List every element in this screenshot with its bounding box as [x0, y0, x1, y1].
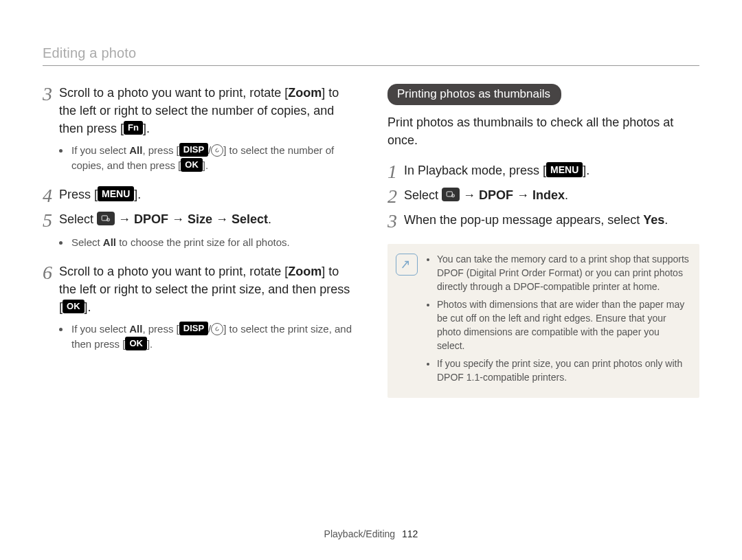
- page-footer: Playback/Editing 112: [0, 528, 742, 539]
- step-text: Select → DPOF → Index.: [404, 186, 568, 204]
- disp-button-icon: DISP: [179, 143, 208, 157]
- step-r3: 3 When the pop-up message appears, selec…: [387, 211, 699, 230]
- timer-icon: [211, 323, 223, 335]
- step-text: Select → DPOF → Size → Select.: [59, 210, 271, 228]
- all-label: All: [103, 236, 116, 248]
- menu-button-icon: MENU: [98, 186, 134, 201]
- step-3: 3 Scroll to a photo you want to print, r…: [43, 84, 355, 137]
- footer-page-number: 112: [402, 528, 418, 539]
- disp-button-icon: DISP: [179, 322, 208, 335]
- text: In Playback mode, press [: [404, 164, 546, 177]
- text: .: [664, 213, 668, 227]
- note-item: Photos with dimensions that are wider th…: [437, 298, 690, 352]
- footer-section: Playback/Editing: [324, 528, 396, 539]
- settings-icon: [442, 188, 460, 201]
- step-number: 5: [43, 210, 59, 229]
- svg-point-7: [453, 195, 453, 196]
- step-4: 4 Press [MENU].: [43, 186, 355, 205]
- ok-button-icon: OK: [125, 337, 147, 350]
- text: Scroll to a photo you want to print, rot…: [59, 265, 288, 278]
- svg-point-0: [217, 148, 218, 148]
- step-number: 3: [43, 84, 59, 103]
- step-5: 5 Select → DPOF → Size → Select.: [43, 210, 355, 229]
- step-r2: 2 Select → DPOF → Index.: [387, 186, 699, 205]
- note-item: You can take the memory card to a print …: [437, 252, 690, 293]
- sub-bullet: If you select All, press [DISP/] to sele…: [70, 322, 355, 352]
- menu-button-icon: MENU: [546, 162, 583, 177]
- svg-point-3: [108, 219, 109, 220]
- left-column: 3 Scroll to a photo you want to print, r…: [43, 84, 355, 398]
- sub-bullet: Select All to choose the print size for …: [70, 235, 355, 250]
- ok-button-icon: OK: [63, 300, 85, 313]
- zoom-label: Zoom: [288, 86, 322, 100]
- step-text: When the pop-up message appears, select …: [404, 211, 668, 229]
- text: , press [: [142, 323, 179, 335]
- text: ].: [85, 300, 91, 314]
- text: ].: [134, 188, 141, 201]
- text: ].: [143, 122, 150, 135]
- step-6: 6 Scroll to a photo you want to print, r…: [43, 262, 355, 316]
- text: ].: [583, 164, 589, 177]
- text: Select: [404, 188, 442, 202]
- text: Select: [59, 212, 97, 226]
- step-number: 2: [387, 186, 404, 205]
- text: ].: [147, 338, 153, 350]
- step-text: Scroll to a photo you want to print, rot…: [59, 84, 355, 137]
- yes-label: Yes: [643, 213, 664, 227]
- settings-icon: [97, 212, 115, 225]
- section-heading: Printing photos as thumbnails: [387, 84, 561, 105]
- step-number: 6: [43, 262, 59, 282]
- text: Select: [71, 236, 103, 248]
- step-5-sub: Select All to choose the print size for …: [70, 235, 355, 250]
- manual-page: Editing a photo 3 Scroll to a photo you …: [0, 0, 742, 560]
- step-text: Scroll to a photo you want to print, rot…: [59, 262, 355, 316]
- text: to choose the print size for all photos.: [116, 236, 290, 248]
- text: When the pop-up message appears, select: [404, 213, 643, 227]
- step-number: 1: [387, 161, 404, 181]
- step-3-sub: If you select All, press [DISP/] to sele…: [70, 143, 355, 173]
- text: ].: [203, 159, 208, 171]
- title-rule: [43, 65, 699, 66]
- text: , press [: [142, 144, 179, 156]
- page-title: Editing a photo: [43, 45, 699, 61]
- fn-button-icon: Fn: [124, 121, 143, 135]
- text: .: [268, 212, 271, 226]
- svg-point-4: [217, 327, 218, 328]
- text: Press [: [59, 188, 98, 201]
- menu-path: → DPOF → Size → Select: [115, 212, 268, 226]
- step-6-sub: If you select All, press [DISP/] to sele…: [70, 322, 355, 352]
- text: .: [565, 188, 568, 202]
- timer-icon: [211, 144, 223, 157]
- section-intro: Print photos as thumbnails to check all …: [387, 113, 699, 149]
- content-columns: 3 Scroll to a photo you want to print, r…: [43, 84, 699, 398]
- text: If you select: [71, 323, 129, 335]
- note-icon: [396, 254, 418, 276]
- note-box: You can take the memory card to a print …: [387, 244, 699, 398]
- step-text: In Playback mode, press [MENU].: [404, 161, 589, 179]
- step-r1: 1 In Playback mode, press [MENU].: [387, 161, 699, 181]
- step-number: 4: [43, 186, 59, 205]
- text: If you select: [71, 144, 129, 156]
- step-number: 3: [387, 211, 404, 230]
- right-column: Printing photos as thumbnails Print phot…: [387, 84, 699, 398]
- note-list: You can take the memory card to a print …: [426, 252, 690, 388]
- all-label: All: [129, 323, 142, 335]
- step-text: Press [MENU].: [59, 186, 141, 203]
- all-label: All: [129, 144, 142, 156]
- zoom-label: Zoom: [288, 265, 322, 278]
- menu-path: → DPOF → Index: [460, 188, 565, 202]
- note-item: If you specify the print size, you can p…: [437, 357, 690, 384]
- ok-button-icon: OK: [181, 158, 203, 172]
- text: Scroll to a photo you want to print, rot…: [59, 86, 288, 100]
- sub-bullet: If you select All, press [DISP/] to sele…: [70, 143, 355, 173]
